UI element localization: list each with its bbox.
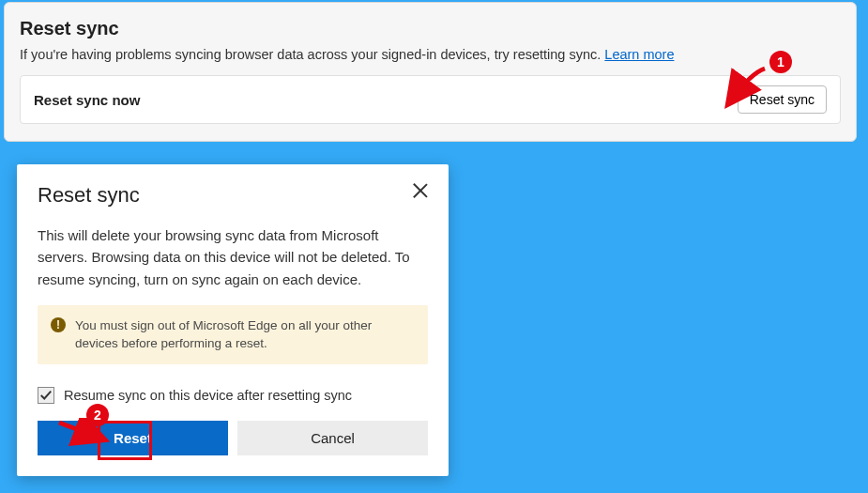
dialog-title: Reset sync: [38, 183, 140, 208]
reset-sync-row-label: Reset sync now: [34, 92, 140, 108]
close-icon[interactable]: [411, 183, 428, 200]
warning-box: ! You must sign out of Microsoft Edge on…: [38, 305, 428, 364]
reset-sync-card: Reset sync If you're having problems syn…: [4, 2, 857, 142]
dialog-body-text: This will delete your browsing sync data…: [38, 224, 428, 290]
warning-text: You must sign out of Microsoft Edge on a…: [75, 316, 415, 353]
learn-more-link[interactable]: Learn more: [604, 47, 674, 62]
resume-sync-checkbox-label: Resume sync on this device after resetti…: [64, 388, 352, 403]
reset-sync-row: Reset sync now Reset sync: [20, 75, 841, 124]
card-title: Reset sync: [20, 18, 841, 39]
card-description: If you're having problems syncing browse…: [20, 47, 841, 62]
dialog-actions: Reset Cancel: [38, 421, 428, 455]
dialog-header: Reset sync: [38, 183, 428, 208]
reset-sync-dialog: Reset sync This will delete your browsin…: [17, 164, 449, 476]
card-description-text: If you're having problems syncing browse…: [20, 47, 604, 62]
reset-button[interactable]: Reset: [38, 421, 228, 455]
warning-icon: !: [51, 317, 66, 332]
resume-sync-checkbox-row[interactable]: Resume sync on this device after resetti…: [38, 387, 428, 404]
cancel-button[interactable]: Cancel: [237, 421, 428, 455]
checkmark-icon: [39, 389, 53, 402]
resume-sync-checkbox[interactable]: [38, 387, 54, 404]
reset-sync-button[interactable]: Reset sync: [738, 85, 827, 114]
